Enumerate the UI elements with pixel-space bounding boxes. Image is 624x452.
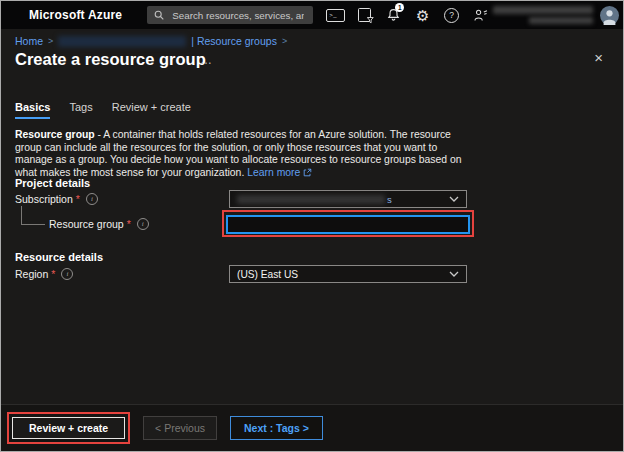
region-dropdown[interactable]: (US) East US bbox=[229, 265, 467, 283]
search-input[interactable] bbox=[170, 9, 306, 22]
subscription-value-redacted bbox=[237, 195, 385, 204]
description-lead: Resource group bbox=[15, 129, 95, 140]
account-name-redacted bbox=[493, 6, 593, 14]
account-menu[interactable] bbox=[493, 6, 619, 25]
avatar[interactable] bbox=[600, 6, 619, 25]
breadcrumb-separator: > bbox=[48, 36, 53, 46]
info-icon[interactable]: i bbox=[86, 193, 98, 205]
resource-details-heading: Resource details bbox=[15, 251, 103, 263]
notifications-button[interactable]: 1 bbox=[381, 3, 406, 27]
close-icon[interactable]: × bbox=[594, 50, 603, 65]
page-title: Create a resource group bbox=[15, 50, 206, 69]
search-icon bbox=[154, 10, 164, 20]
brand-title[interactable]: Microsoft Azure bbox=[29, 8, 122, 22]
breadcrumb-home-link[interactable]: Home bbox=[15, 35, 43, 47]
tab-bar: Basics Tags Review + create bbox=[15, 101, 191, 119]
breadcrumb-resource-groups-link[interactable]: | Resource groups bbox=[191, 35, 277, 47]
help-icon: ? bbox=[444, 8, 459, 23]
external-link-icon bbox=[303, 168, 312, 177]
region-label: Region * i bbox=[15, 268, 73, 280]
help-button[interactable]: ? bbox=[439, 3, 464, 27]
review-create-button[interactable]: Review + create bbox=[12, 417, 125, 439]
top-bar: Microsoft Azure >_ bbox=[1, 1, 623, 29]
breadcrumb-separator: > bbox=[282, 36, 287, 46]
review-create-highlight-box: Review + create bbox=[7, 412, 130, 444]
resource-group-highlight-box bbox=[222, 210, 474, 237]
chevron-down-icon bbox=[449, 271, 459, 277]
top-bar-icons: >_ 1 ⚙ ? bbox=[323, 3, 493, 27]
breadcrumb-redacted-segment bbox=[58, 36, 186, 47]
tree-connector-line bbox=[21, 206, 45, 225]
required-marker: * bbox=[127, 218, 131, 230]
cloud-shell-button[interactable]: >_ bbox=[323, 3, 348, 27]
directories-filter-button[interactable] bbox=[352, 3, 377, 27]
subscription-dropdown[interactable]: s bbox=[229, 190, 467, 208]
breadcrumb: Home > | Resource groups > bbox=[15, 35, 287, 47]
gear-icon: ⚙ bbox=[416, 8, 429, 23]
directory-filter-icon bbox=[358, 8, 371, 22]
title-more-menu-icon[interactable]: … bbox=[200, 53, 213, 67]
feedback-button[interactable] bbox=[468, 3, 493, 27]
global-search[interactable] bbox=[147, 6, 313, 24]
wizard-footer: Review + create < Previous Next : Tags > bbox=[1, 404, 623, 451]
region-value: (US) East US bbox=[237, 269, 298, 280]
info-icon[interactable]: i bbox=[137, 218, 149, 230]
chevron-down-icon bbox=[449, 196, 459, 202]
previous-button[interactable]: < Previous bbox=[143, 416, 217, 440]
account-directory-redacted bbox=[529, 17, 593, 24]
tab-basics[interactable]: Basics bbox=[15, 101, 50, 119]
resource-group-label: Resource group * i bbox=[49, 218, 149, 230]
subscription-value: s bbox=[237, 194, 392, 205]
next-tags-button[interactable]: Next : Tags > bbox=[230, 416, 323, 440]
account-info-redacted bbox=[493, 6, 593, 24]
cloud-shell-icon: >_ bbox=[326, 9, 345, 22]
feedback-person-icon bbox=[474, 9, 488, 22]
info-icon[interactable]: i bbox=[61, 268, 73, 280]
learn-more-link[interactable]: Learn more bbox=[247, 167, 312, 178]
settings-button[interactable]: ⚙ bbox=[410, 3, 435, 27]
azure-portal-window: Microsoft Azure >_ bbox=[0, 0, 624, 452]
funnel-icon bbox=[367, 17, 374, 24]
required-marker: * bbox=[51, 268, 55, 280]
resource-group-description: Resource group - A container that holds … bbox=[15, 129, 473, 179]
tab-tags[interactable]: Tags bbox=[69, 101, 92, 119]
resource-group-input[interactable] bbox=[226, 215, 470, 234]
project-details-heading: Project details bbox=[15, 177, 90, 189]
notification-badge: 1 bbox=[395, 3, 404, 12]
tab-review-create[interactable]: Review + create bbox=[112, 101, 191, 119]
subscription-label: Subscription * i bbox=[15, 193, 98, 205]
required-marker: * bbox=[76, 193, 80, 205]
